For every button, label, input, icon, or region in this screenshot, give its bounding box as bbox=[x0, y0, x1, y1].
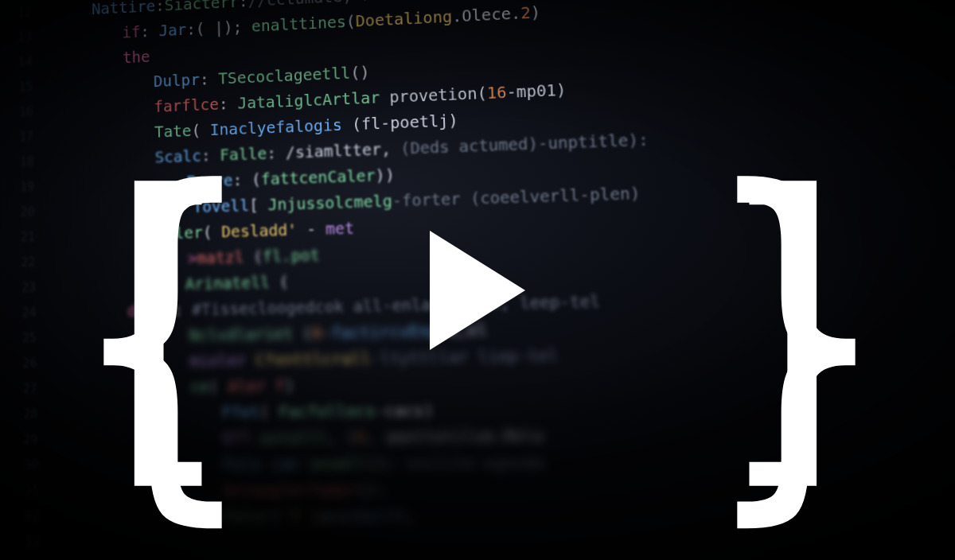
left-square-bracket-icon: [ bbox=[60, 151, 256, 493]
line-number: 23 bbox=[6, 274, 36, 301]
line-number: 19 bbox=[5, 174, 35, 200]
right-curly-brace-icon: } bbox=[704, 143, 888, 525]
line-number: 28 bbox=[8, 402, 38, 427]
line-number: 21 bbox=[5, 224, 35, 251]
line-number: 27 bbox=[7, 376, 37, 402]
line-number: 33 bbox=[10, 529, 40, 554]
line-number: 31 bbox=[9, 478, 39, 504]
line-number: 15 bbox=[3, 74, 33, 100]
line-number: 26 bbox=[7, 351, 37, 376]
line-number-gutter: 1213141516171819202122232425262728293031… bbox=[2, 0, 40, 555]
line-number: 32 bbox=[9, 504, 39, 529]
line-number: 30 bbox=[8, 453, 38, 478]
line-number: 22 bbox=[6, 250, 36, 276]
video-thumbnail[interactable]: 1213141516171819202122232425262728293031… bbox=[0, 0, 955, 560]
line-number: 17 bbox=[4, 124, 34, 150]
line-number: 25 bbox=[6, 325, 37, 351]
line-number: 16 bbox=[3, 99, 33, 126]
play-button[interactable] bbox=[430, 231, 525, 350]
line-number: 29 bbox=[8, 427, 38, 453]
line-number: 24 bbox=[6, 300, 37, 326]
line-number: 13 bbox=[2, 25, 33, 51]
line-number: 20 bbox=[5, 199, 35, 225]
line-number: 14 bbox=[2, 49, 33, 76]
line-number: 18 bbox=[4, 149, 34, 175]
line-number: 12 bbox=[2, 0, 32, 26]
